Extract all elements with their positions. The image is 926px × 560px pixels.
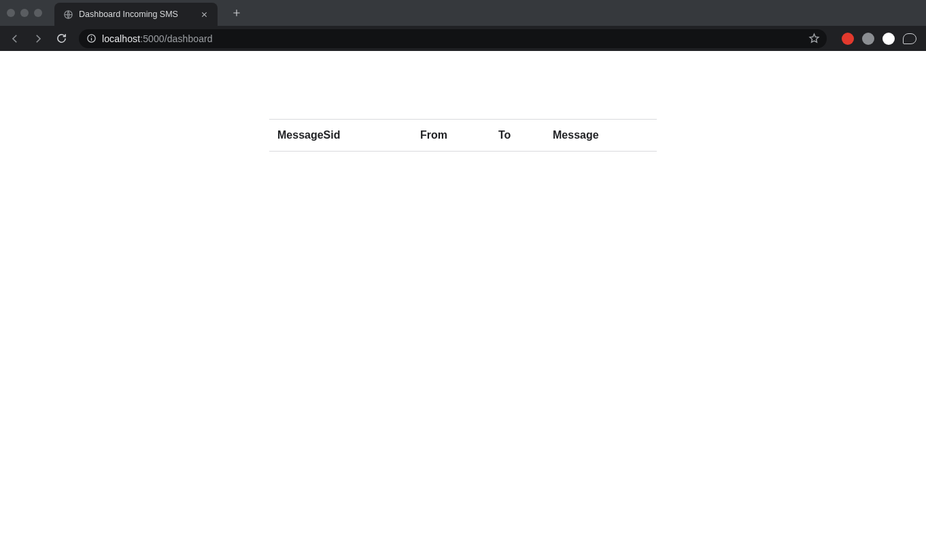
col-header-messagesid: MessageSid [269, 120, 412, 152]
table-header-row: MessageSid From To Message [269, 120, 657, 152]
window-traffic-lights [7, 9, 42, 17]
url-host: localhost [102, 33, 140, 44]
browser-chrome: Dashboard Incoming SMS [0, 0, 926, 51]
col-header-message: Message [545, 120, 657, 152]
table-body [269, 152, 657, 560]
globe-icon [63, 9, 73, 20]
tab-strip: Dashboard Incoming SMS [0, 0, 926, 26]
new-tab-button[interactable] [227, 3, 246, 22]
incoming-sms-table: MessageSid From To Message [269, 119, 657, 560]
address-bar[interactable]: localhost:5000/dashboard [79, 29, 827, 48]
extension-icon-1[interactable] [842, 33, 854, 45]
forward-button[interactable] [29, 29, 48, 48]
url-rest: :5000/dashboard [140, 33, 213, 44]
browser-toolbar: localhost:5000/dashboard [0, 26, 926, 51]
site-info-icon[interactable] [86, 33, 97, 44]
close-icon[interactable] [199, 9, 209, 20]
reload-button[interactable] [52, 29, 71, 48]
bookmark-star-icon[interactable] [808, 33, 820, 45]
page-content: MessageSid From To Message [0, 51, 926, 560]
url-text: localhost:5000/dashboard [102, 33, 213, 44]
col-header-to: To [490, 120, 545, 152]
extension-icons [835, 33, 921, 45]
extension-icon-3[interactable] [882, 33, 895, 45]
extension-icon-4[interactable] [903, 33, 916, 44]
window-minimize-dot[interactable] [20, 9, 29, 17]
window-close-dot[interactable] [7, 9, 15, 17]
browser-tab-active[interactable]: Dashboard Incoming SMS [54, 3, 218, 26]
col-header-from: From [412, 120, 490, 152]
tab-title: Dashboard Incoming SMS [79, 10, 193, 19]
svg-point-3 [90, 36, 91, 37]
window-maximize-dot[interactable] [34, 9, 42, 17]
extension-icon-2[interactable] [862, 33, 874, 45]
back-button[interactable] [5, 29, 24, 48]
